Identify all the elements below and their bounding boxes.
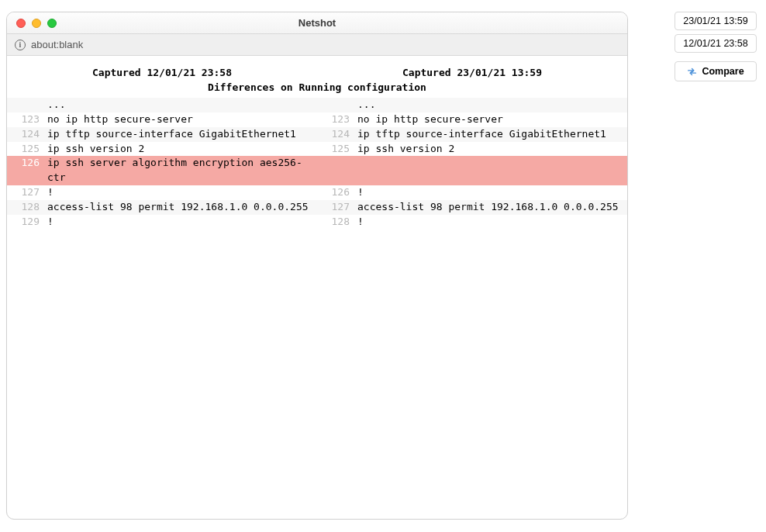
compare-button[interactable]: Compare [675,61,757,81]
line-text [354,156,627,185]
diff-side-right: 127access-list 98 permit 192.168.1.0 0.0… [317,200,627,215]
line-number: 128 [317,215,354,230]
line-text: ip ssh server algorithm encryption aes25… [44,156,317,185]
line-text: ! [354,215,627,230]
line-text: ip ssh version 2 [354,142,627,157]
left-capture-header: Captured 12/01/21 23:58 [7,67,317,78]
line-text: ip tftp source-interface GigabitEthernet… [44,127,317,142]
diff-row: 129!128! [7,215,627,230]
diff-row: 127!126! [7,185,627,200]
diff-side-left: 124ip tftp source-interface GigabitEther… [7,127,317,142]
line-number [7,98,44,112]
right-capture-header: Captured 23/01/21 13:59 [317,67,627,78]
line-number [317,98,354,112]
diff-side-left: 125ip ssh version 2 [7,142,317,157]
line-text: ! [354,185,627,200]
url-text: about:blank [31,39,83,50]
diff-side-left: ... [7,98,317,112]
diff-side-left: 129! [7,215,317,230]
line-number: 125 [317,142,354,157]
app-window: Netshot i about:blank Captured 12/01/21 … [6,12,628,520]
diff-row: ...... [7,98,627,112]
line-text: ! [44,185,317,200]
line-number: 125 [7,142,44,157]
minimize-icon[interactable] [32,19,41,28]
addressbar: i about:blank [7,34,627,56]
info-icon[interactable]: i [15,40,26,50]
titlebar: Netshot [7,12,627,34]
diff-side-left: 126ip ssh server algorithm encryption ae… [7,156,317,185]
compare-icon [687,67,697,77]
line-number: 124 [317,127,354,142]
line-number: 126 [317,185,354,200]
timestamp-box-1[interactable]: 23/01/21 13:59 [675,12,757,30]
timestamp-box-2[interactable]: 12/01/21 23:58 [675,34,757,53]
diff-title: Differences on Running configuration [7,78,627,98]
diff-side-right: 124ip tftp source-interface GigabitEther… [317,127,627,142]
diff-side-left: 123no ip http secure-server [7,112,317,127]
line-number: 126 [7,156,44,185]
line-number: 123 [7,112,44,127]
diff-row: 126ip ssh server algorithm encryption ae… [7,156,627,185]
line-number: 128 [7,200,44,215]
line-number: 127 [317,200,354,215]
line-number: 129 [7,215,44,230]
line-text: no ip http secure-server [354,112,627,127]
line-text: ip tftp source-interface GigabitEthernet… [354,127,627,142]
line-text: ... [44,98,317,112]
line-text: ... [354,98,627,112]
traffic-lights [7,19,57,28]
diff-side-right: 128! [317,215,627,230]
line-text: access-list 98 permit 192.168.1.0 0.0.0.… [44,200,317,215]
close-icon[interactable] [16,19,26,28]
diff-row: 124ip tftp source-interface GigabitEther… [7,127,627,142]
line-text: no ip http secure-server [44,112,317,127]
window-title: Netshot [7,17,627,29]
diff-row: 128access-list 98 permit 192.168.1.0 0.0… [7,200,627,215]
line-text: ip ssh version 2 [44,142,317,157]
side-panel: 23/01/21 13:59 12/01/21 23:58 Compare [675,12,757,81]
diff-side-right: 126! [317,185,627,200]
diff-side-right: ... [317,98,627,112]
line-number: 123 [317,112,354,127]
diff-row: 125ip ssh version 2125ip ssh version 2 [7,142,627,157]
diff-side-right: 125ip ssh version 2 [317,142,627,157]
diff-side-left: 128access-list 98 permit 192.168.1.0 0.0… [7,200,317,215]
diff-content: Captured 12/01/21 23:58 Captured 23/01/2… [7,56,627,230]
line-text: ! [44,215,317,230]
line-number [317,156,354,185]
zoom-icon[interactable] [47,19,57,28]
diff-side-right: 123no ip http secure-server [317,112,627,127]
diff-headers: Captured 12/01/21 23:58 Captured 23/01/2… [7,56,627,78]
compare-button-label: Compare [702,66,744,77]
line-text: access-list 98 permit 192.168.1.0 0.0.0.… [354,200,627,215]
diff-side-left: 127! [7,185,317,200]
diff-side-right [317,156,627,185]
diff-row: 123no ip http secure-server123no ip http… [7,112,627,127]
line-number: 124 [7,127,44,142]
diff-body: ......123no ip http secure-server123no i… [7,98,627,230]
line-number: 127 [7,185,44,200]
